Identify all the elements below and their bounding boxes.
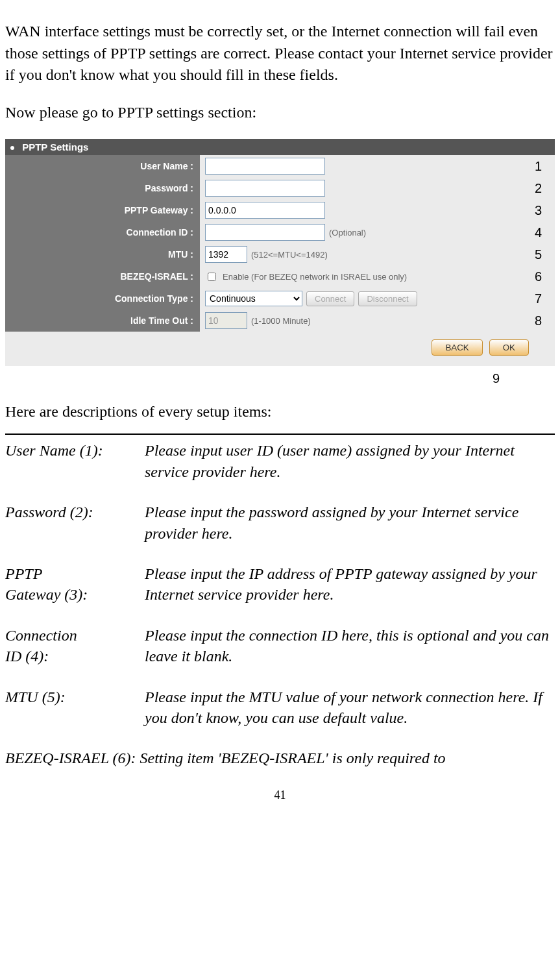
desc-text: Please input the IP address of PPTP gate… <box>145 563 555 605</box>
annotation-8: 8 <box>535 313 542 328</box>
label-gateway: PPTP Gateway : <box>5 199 200 221</box>
select-connection-type[interactable]: Continuous <box>205 291 302 306</box>
desc-item-password: Password (2): Please input the password … <box>5 502 555 544</box>
bullet-icon <box>10 146 14 150</box>
desc-text: Please input the connection ID here, thi… <box>145 625 555 667</box>
pptp-settings-panel: PPTP Settings User Name : 1 Password : 2… <box>5 139 555 366</box>
row-connection-id: Connection ID : (Optional) 4 <box>5 221 555 243</box>
desc-text: Setting item 'BEZEQ-ISRAEL' is only requ… <box>140 748 555 768</box>
label-idle-timeout: Idle Time Out : <box>5 310 200 332</box>
annotation-7: 7 <box>535 291 542 306</box>
checkbox-bezeq[interactable] <box>208 273 216 281</box>
annotation-1: 1 <box>535 159 542 174</box>
input-gateway[interactable] <box>205 202 325 219</box>
desc-item-connection-id: ConnectionID (4): Please input the conne… <box>5 625 555 667</box>
row-idle-timeout: Idle Time Out : (1-1000 Minute) 8 <box>5 310 555 332</box>
desc-text: Please input the password assigned by yo… <box>145 502 555 544</box>
desc-label: BEZEQ-ISRAEL (6): <box>5 748 136 768</box>
desc-item-bezeq: BEZEQ-ISRAEL (6): Setting item 'BEZEQ-IS… <box>5 748 555 768</box>
intro-paragraph-1: WAN interface settings must be correctly… <box>5 21 555 86</box>
annotation-9: 9 <box>5 371 555 386</box>
ok-button[interactable]: OK <box>489 339 529 356</box>
annotation-3: 3 <box>535 203 542 218</box>
desc-item-gateway: PPTPGateway (3): Please input the IP add… <box>5 563 555 605</box>
row-bezeq: BEZEQ-ISRAEL : Enable (For BEZEQ network… <box>5 265 555 287</box>
row-password: Password : 2 <box>5 177 555 199</box>
desc-label: ConnectionID (4): <box>5 625 145 667</box>
label-connection-id: Connection ID : <box>5 221 200 243</box>
hint-bezeq: Enable (For BEZEQ network in ISRAEL use … <box>223 272 407 282</box>
separator <box>5 434 555 435</box>
disconnect-button[interactable]: Disconnect <box>358 291 417 306</box>
label-password: Password : <box>5 177 200 199</box>
descriptions-header: Here are descriptions of every setup ite… <box>5 403 555 421</box>
desc-label: MTU (5): <box>5 687 145 729</box>
desc-label: PPTPGateway (3): <box>5 563 145 605</box>
desc-item-mtu: MTU (5): Please input the MTU value of y… <box>5 687 555 729</box>
bottom-buttons: BACK OK <box>5 332 555 356</box>
hint-connection-id: (Optional) <box>329 228 366 238</box>
desc-text: Please input user ID (user name) assigne… <box>145 440 555 482</box>
annotation-5: 5 <box>535 247 542 262</box>
input-mtu[interactable] <box>205 246 247 263</box>
desc-text: Please input the MTU value of your netwo… <box>145 687 555 729</box>
input-connection-id[interactable] <box>205 224 325 241</box>
label-username: User Name : <box>5 155 200 177</box>
row-connection-type: Connection Type : Continuous Connect Dis… <box>5 287 555 310</box>
annotation-6: 6 <box>535 269 542 284</box>
panel-title: PPTP Settings <box>22 141 88 153</box>
intro-paragraph-2: Now please go to PPTP settings section: <box>5 102 555 124</box>
annotation-4: 4 <box>535 225 542 240</box>
input-password[interactable] <box>205 180 325 197</box>
row-username: User Name : 1 <box>5 155 555 177</box>
annotation-2: 2 <box>535 181 542 196</box>
page-number: 41 <box>5 788 555 802</box>
label-mtu: MTU : <box>5 243 200 265</box>
label-bezeq: BEZEQ-ISRAEL : <box>5 265 200 287</box>
row-mtu: MTU : (512<=MTU<=1492) 5 <box>5 243 555 265</box>
desc-label: User Name (1): <box>5 440 145 482</box>
desc-label: Password (2): <box>5 502 145 544</box>
input-username[interactable] <box>205 158 325 175</box>
hint-mtu: (512<=MTU<=1492) <box>251 250 328 260</box>
panel-header: PPTP Settings <box>5 139 555 155</box>
hint-idle-timeout: (1-1000 Minute) <box>251 316 311 326</box>
input-idle-timeout <box>205 312 247 329</box>
back-button[interactable]: BACK <box>432 339 482 356</box>
connect-button[interactable]: Connect <box>306 291 354 306</box>
row-gateway: PPTP Gateway : 3 <box>5 199 555 221</box>
desc-item-username: User Name (1): Please input user ID (use… <box>5 440 555 482</box>
label-connection-type: Connection Type : <box>5 287 200 310</box>
